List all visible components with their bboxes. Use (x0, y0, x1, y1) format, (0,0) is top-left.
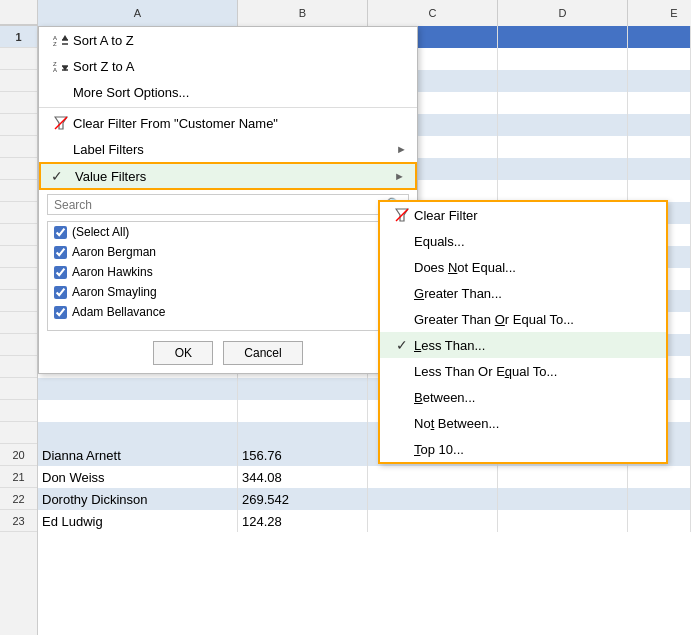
row-num-17 (0, 378, 37, 400)
sort-za-label: Sort Z to A (73, 59, 407, 74)
row-num-12 (0, 268, 37, 290)
submenu-not-between-label: Not Between... (414, 416, 499, 431)
checkbox-select-all[interactable]: (Select All) (48, 222, 408, 242)
row-num-22: 22 (0, 488, 37, 510)
svg-marker-5 (62, 35, 68, 40)
checkbox-select-all-label: (Select All) (72, 225, 129, 239)
clear-filter-icon (49, 116, 73, 130)
checkbox-adam-bellavance-input[interactable] (54, 306, 67, 319)
row-numbers-column: 1 20 21 22 23 (0, 0, 38, 635)
row-num-9 (0, 202, 37, 224)
row-num-1: 1 (0, 26, 37, 48)
submenu-item-less-than-equal[interactable]: Less Than Or Equal To... (380, 358, 666, 384)
search-box-wrapper: 🔍 (39, 190, 417, 219)
ok-button[interactable]: OK (153, 341, 213, 365)
menu-item-value-filters[interactable]: ✓ Value Filters ► (39, 162, 417, 190)
checkbox-aaron-smayling-input[interactable] (54, 286, 67, 299)
checkbox-aaron-bergman-input[interactable] (54, 246, 67, 259)
row-num-5 (0, 114, 37, 136)
cancel-button[interactable]: Cancel (223, 341, 302, 365)
submenu-greater-than-equal-label: Greater Than Or Equal To... (414, 312, 574, 327)
svg-text:A: A (53, 67, 57, 73)
row-num-19 (0, 422, 37, 444)
value-filters-label: Value Filters (75, 169, 394, 184)
menu-separator-1 (39, 107, 417, 108)
submenu-item-equals[interactable]: Equals... (380, 228, 666, 254)
submenu-item-between[interactable]: Between... (380, 384, 666, 410)
submenu-item-does-not-equal[interactable]: Does Not Equal... (380, 254, 666, 280)
cell-a23: Ed Ludwig (38, 510, 238, 532)
search-input[interactable] (54, 198, 386, 212)
menu-item-clear-filter[interactable]: Clear Filter From "Customer Name" (39, 110, 417, 136)
submenu-less-than-label: Less Than... (414, 338, 485, 353)
submenu-item-clear-filter[interactable]: Clear Filter (380, 202, 666, 228)
row-num-10 (0, 224, 37, 246)
clear-filter-from-label: Clear Filter From "Customer Name" (73, 116, 407, 131)
col-header-d: D (498, 0, 628, 26)
row-num-7 (0, 158, 37, 180)
sort-za-icon: Z A (49, 58, 73, 74)
row-num-6 (0, 136, 37, 158)
cell-a21: Don Weiss (38, 466, 238, 488)
checkbox-aaron-bergman[interactable]: Aaron Bergman (48, 242, 408, 262)
data-row-22: Dorothy Dickinson 269.542 (38, 488, 691, 510)
row-num-20: 20 (0, 444, 37, 466)
submenu-item-top-10[interactable]: Top 10... (380, 436, 666, 462)
submenu-item-not-between[interactable]: Not Between... (380, 410, 666, 436)
menu-item-sort-az[interactable]: A Z Sort A to Z (39, 27, 417, 53)
checkbox-adam-bellavance-label: Adam Bellavance (72, 305, 165, 319)
cell-b20: 156.76 (238, 444, 368, 466)
checkbox-aaron-smayling[interactable]: Aaron Smayling (48, 282, 408, 302)
checkbox-aaron-bergman-label: Aaron Bergman (72, 245, 156, 259)
row-num-3 (0, 70, 37, 92)
cell-a20: Dianna Arnett (38, 444, 238, 466)
row-num-21: 21 (0, 466, 37, 488)
menu-item-label-filters[interactable]: Label Filters ► (39, 136, 417, 162)
row-num-11 (0, 246, 37, 268)
checkbox-aaron-hawkins-input[interactable] (54, 266, 67, 279)
search-box: 🔍 (47, 194, 409, 215)
checkbox-list: (Select All) Aaron Bergman Aaron Hawkins… (47, 221, 409, 331)
checkbox-adam-bellavance[interactable]: Adam Bellavance (48, 302, 408, 322)
cell-d1 (498, 26, 628, 48)
row-num-15 (0, 334, 37, 356)
submenu-between-label: Between... (414, 390, 475, 405)
cell-a22: Dorothy Dickinson (38, 488, 238, 510)
row-num-13 (0, 290, 37, 312)
value-filters-submenu: Clear Filter Equals... Does Not Equal...… (378, 200, 668, 464)
submenu-greater-than-label: Greater Than... (414, 286, 502, 301)
corner-cell (0, 0, 37, 26)
sort-az-label: Sort A to Z (73, 33, 407, 48)
submenu-less-than-equal-label: Less Than Or Equal To... (414, 364, 557, 379)
row-num-2 (0, 48, 37, 70)
label-filters-arrow: ► (396, 143, 407, 155)
data-row-21: Don Weiss 344.08 (38, 466, 691, 488)
submenu-clear-filter-label: Clear Filter (414, 208, 478, 223)
cell-b22: 269.542 (238, 488, 368, 510)
row-num-16 (0, 356, 37, 378)
label-filters-label: Label Filters (73, 142, 396, 157)
menu-item-more-sort[interactable]: More Sort Options... (39, 79, 417, 105)
value-filters-checkmark: ✓ (51, 168, 75, 184)
submenu-item-greater-than-equal[interactable]: Greater Than Or Equal To... (380, 306, 666, 332)
col-header-a: A (38, 0, 238, 26)
cell-b23: 124.28 (238, 510, 368, 532)
submenu-item-less-than[interactable]: ✓ Less Than... (380, 332, 666, 358)
spreadsheet: 1 20 21 22 23 A B C D E (0, 0, 691, 635)
submenu-top-10-label: Top 10... (414, 442, 464, 457)
filter-dropdown-menu: A Z Sort A to Z Z A Sort Z t (38, 26, 418, 374)
data-row-23: Ed Ludwig 124.28 (38, 510, 691, 532)
col-header-e: E (628, 0, 691, 26)
checkbox-select-all-input[interactable] (54, 226, 67, 239)
submenu-does-not-equal-label: Does Not Equal... (414, 260, 516, 275)
col-header-b: B (238, 0, 368, 26)
more-sort-label: More Sort Options... (73, 85, 407, 100)
row-num-14 (0, 312, 37, 334)
svg-text:Z: Z (53, 41, 57, 47)
checkbox-aaron-hawkins[interactable]: Aaron Hawkins (48, 262, 408, 282)
menu-item-sort-za[interactable]: Z A Sort Z to A (39, 53, 417, 79)
submenu-item-greater-than[interactable]: Greater Than... (380, 280, 666, 306)
submenu-less-than-checkmark: ✓ (390, 337, 414, 353)
cell-e1 (628, 26, 691, 48)
cell-b21: 344.08 (238, 466, 368, 488)
